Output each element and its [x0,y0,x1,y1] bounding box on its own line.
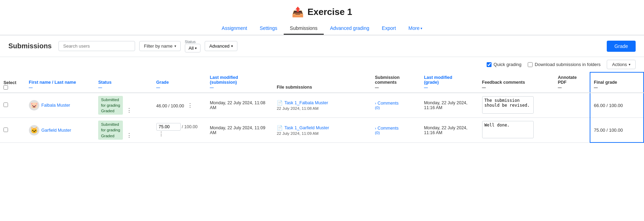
advanced-button[interactable]: Advanced ▾ [205,41,237,51]
row2-avatar: 🐱 [29,125,39,136]
tab-more[interactable]: More ▾ [402,23,429,35]
row1-annotate [555,93,590,118]
col-header-annotate: AnnotatePDF — [555,72,590,93]
filter-by-name-button[interactable]: Filter by name ▾ [139,41,180,51]
page-title: Exercise 1 [307,7,352,17]
status-select-button[interactable]: All ▾ [185,44,201,52]
chevron-down-icon: ▾ [195,46,197,50]
row1-feedback-textarea[interactable]: The submission should be revised. [482,96,534,114]
name-sort-link[interactable]: First name / Last name [29,80,76,85]
tab-export[interactable]: Export [376,23,402,35]
row1-lastmod-sub: Monday, 22 July 2024, 11:08 AM [206,93,273,118]
table-row: 🐱 Garfield Muster Submittedfor gradingGr… [0,118,644,142]
actions-button[interactable]: Actions ▾ [607,60,636,69]
table-row: 🐷 Falbala Muster Submittedfor gradingGra… [0,93,644,118]
row1-select [0,93,25,118]
row2-grade-input[interactable] [156,123,181,131]
row2-grade: / 100.00 ⋮ [153,118,206,142]
table-wrapper: Select First name / Last name — Status — [0,72,644,143]
status-label: Status [185,40,196,44]
row2-final-grade: 75.00 / 100.00 [590,118,644,142]
row2-feedback: Well done. [479,118,555,142]
row1-comments-link[interactable]: Comments [378,101,399,106]
row1-lastmod-grade: Monday, 22 July 2024, 11:16 AM [421,93,479,118]
col-header-final-grade: Final grade — [590,72,644,93]
row2-user-link[interactable]: 🐱 Garfield Muster [29,125,91,136]
chevron-down-icon: ▾ [231,44,233,48]
row2-status-badge: Submittedfor gradingGraded [98,121,123,139]
search-input[interactable] [58,41,135,51]
row1-checkbox[interactable] [3,103,8,107]
table-header-row: Select First name / Last name — Status — [0,72,644,93]
nav-tabs: Assignment Settings Submissions Advanced… [0,23,644,35]
download-folders-label[interactable]: Download submissions in folders [528,62,600,67]
select-all-checkbox[interactable] [3,85,8,90]
row2-annotate [555,118,590,142]
row1-feedback: The submission should be revised. [479,93,555,118]
row2-file-submissions: 📄 Task 1_Garfield Muster 22 July 2024, 1… [273,118,371,142]
row1-final-grade: 66.00 / 100.00 [590,93,644,118]
status-sort-link[interactable]: Status [98,80,111,85]
row1-file-submissions: 📄 Task 1_Falbala Muster 22 July 2024, 11… [273,93,371,118]
status-group: Status All ▾ [185,40,201,52]
row1-sub-comments: › Comments (0) [371,93,421,118]
col-header-select: Select [0,72,25,93]
row1-file-date: 22 July 2024, 11:08 AM [277,106,368,110]
row2-sub-comments: › Comments (0) [371,118,421,142]
col-header-status: Status — [95,72,153,93]
lastmod-grade-sort-link[interactable]: Last modified(grade) [424,75,452,85]
row1-name: 🐷 Falbala Muster [25,93,95,118]
row1-comment-count: (0) [375,106,417,110]
row1-file-link[interactable]: Task 1_Falbala Muster [284,100,328,105]
chevron-down-icon: ▾ [629,63,630,66]
select-label: Select [3,80,16,85]
row2-comments-link[interactable]: Comments [378,126,399,131]
col-header-lastmod-grade: Last modified(grade) — [421,72,479,93]
tab-advanced-grading[interactable]: Advanced grading [324,23,376,35]
row1-grade: 46.00 / 100.00 ⋮ [153,93,206,118]
row1-grade-menu[interactable]: ⋮ [185,102,195,109]
lastmod-sub-sort-link[interactable]: Last modified(submission) [210,75,238,85]
row2-name: 🐱 Garfield Muster [25,118,95,142]
file-icon: 📄 [277,100,283,106]
row1-avatar: 🐷 [29,100,39,110]
row1-user-link[interactable]: 🐷 Falbala Muster [29,100,91,110]
chevron-down-icon: ▾ [174,44,176,48]
row1-status-menu[interactable]: ⋮ [124,107,134,114]
download-folders-checkbox[interactable] [528,62,533,67]
row2-status-menu[interactable]: ⋮ [124,132,134,139]
row1-status: Submittedfor gradingGraded ⋮ [95,93,153,118]
row2-grade-menu[interactable]: ⋮ [156,130,166,138]
col-header-feedback: Feedback comments — [479,72,555,93]
quick-grading-label[interactable]: Quick grading [487,62,521,67]
row2-lastmod-grade: Monday, 22 July 2024, 11:16 AM [421,118,479,142]
row2-select [0,118,25,142]
col-header-file-submissions: File submissions [273,72,371,93]
row2-status: Submittedfor gradingGraded ⋮ [95,118,153,142]
quick-grading-checkbox[interactable] [487,62,492,67]
row2-file-link[interactable]: Task 1_Garfield Muster [284,125,329,130]
row1-status-badge: Submittedfor gradingGraded [98,96,123,115]
tab-submissions[interactable]: Submissions [284,23,324,35]
col-header-name: First name / Last name — [25,72,95,93]
grade-sort-link[interactable]: Grade [156,80,169,85]
tab-settings[interactable]: Settings [253,23,284,35]
options-bar: Quick grading Download submissions in fo… [0,57,644,72]
row2-lastmod-sub: Monday, 22 July 2024, 11:09 AM [206,118,273,142]
toolbar: Submissions Filter by name ▾ Status All … [0,35,644,57]
page-title-row: 📤 Exercise 1 [0,6,644,18]
col-header-sub-comments: Submissioncomments — [371,72,421,93]
file-icon: 📄 [277,125,283,131]
col-header-lastmod-sub: Last modified(submission) — [206,72,273,93]
toolbar-title: Submissions [8,42,52,50]
chevron-right-icon: › [375,126,376,130]
row2-checkbox[interactable] [3,128,8,132]
row2-comment-count: (0) [375,131,417,135]
chevron-right-icon: › [375,101,376,105]
tab-assignment[interactable]: Assignment [215,23,253,35]
row2-file-date: 22 July 2024, 11:09 AM [277,131,368,136]
assignment-icon: 📤 [292,6,304,18]
col-header-grade: Grade — [153,72,206,93]
grade-button[interactable]: Grade [607,41,636,52]
row2-feedback-textarea[interactable]: Well done. [482,121,534,138]
